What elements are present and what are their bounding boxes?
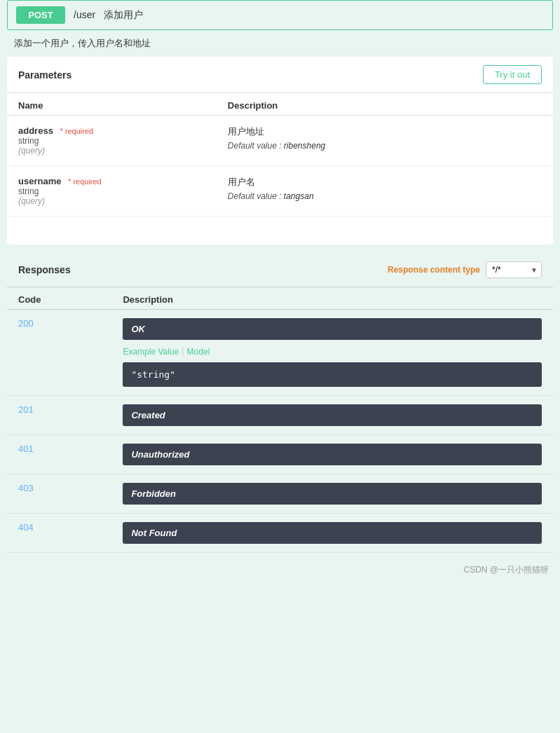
content-type-label: Response content type	[388, 265, 480, 275]
resp-code-404: 404	[18, 522, 123, 533]
param-name-address: address * required	[18, 125, 228, 136]
param-type-address: string	[18, 136, 228, 146]
example-code-200: "string"	[123, 362, 542, 387]
resp-code-201: 201	[18, 404, 123, 415]
param-desc-address: 用户地址	[228, 125, 542, 138]
col-name-header: Name	[18, 100, 228, 111]
param-type-username: string	[18, 186, 228, 196]
resp-badge-404: Not Found	[123, 522, 542, 544]
param-right-username: 用户名 Default value : tangsan	[228, 176, 542, 201]
col-desc-header: Description	[228, 100, 542, 111]
param-left-username: username * required string (query)	[18, 176, 228, 206]
resp-code-401: 401	[18, 444, 123, 454]
endpoint-title-text: 添加用户	[104, 9, 143, 20]
resp-desc-403: Forbidden	[123, 483, 542, 505]
resp-col-desc: Description	[123, 294, 542, 305]
resp-col-code: Code	[18, 294, 123, 305]
resp-desc-201: Created	[123, 404, 542, 426]
endpoint-path: /user 添加用户	[74, 9, 143, 22]
responses-table: Code Description 200 OK Example Value | …	[7, 287, 553, 559]
parameters-title: Parameters	[18, 69, 71, 81]
model-tab[interactable]: Model	[187, 345, 210, 358]
resp-row-200: 200 OK Example Value | Model "string"	[7, 310, 553, 396]
params-col-header: Name Description	[7, 93, 553, 116]
resp-badge-403: Forbidden	[123, 483, 542, 505]
resp-badge-401: Unauthorized	[123, 444, 542, 465]
param-right-address: 用户地址 Default value : ribensheng	[228, 125, 542, 151]
resp-desc-404: Not Found	[123, 522, 542, 544]
responses-header: Responses Response content type */*	[7, 253, 553, 287]
param-location-address: (query)	[18, 146, 228, 156]
resp-row-403: 403 Forbidden	[7, 474, 553, 514]
endpoint-description: 添加一个用户，传入用户名和地址	[0, 30, 560, 57]
endpoint-path-text: /user	[74, 9, 95, 20]
resp-badge-200: OK	[123, 318, 542, 340]
resp-desc-200: OK Example Value | Model "string"	[123, 318, 542, 387]
method-badge: POST	[16, 6, 65, 24]
endpoint-header: POST /user 添加用户	[7, 0, 553, 30]
param-row-username: username * required string (query) 用户名 D…	[7, 166, 553, 217]
watermark: CSDN @一只小熊猫呀	[0, 559, 560, 579]
resp-code-200: 200	[18, 318, 123, 329]
content-type-wrapper: Response content type */*	[388, 261, 542, 278]
resp-desc-401: Unauthorized	[123, 444, 542, 465]
responses-section: Responses Response content type */* Code…	[7, 253, 553, 559]
param-left-address: address * required string (query)	[18, 125, 228, 156]
responses-title: Responses	[18, 264, 71, 275]
resp-row-201: 201 Created	[7, 396, 553, 435]
example-tabs-200: Example Value | Model	[123, 345, 542, 358]
param-default-address: Default value : ribensheng	[228, 141, 542, 151]
param-location-username: (query)	[18, 196, 228, 206]
param-default-username: Default value : tangsan	[228, 191, 542, 201]
params-table: Name Description address * required stri…	[7, 93, 553, 245]
parameters-header: Parameters Try it out	[7, 57, 553, 93]
example-value-tab[interactable]: Example Value	[123, 345, 179, 358]
resp-badge-201: Created	[123, 404, 542, 426]
content-type-select-wrapper: */*	[486, 261, 542, 278]
main-container: POST /user 添加用户 添加一个用户，传入用户名和地址 Paramete…	[0, 0, 560, 733]
content-type-select[interactable]: */*	[486, 261, 542, 278]
resp-row-404: 404 Not Found	[7, 514, 553, 553]
try-it-out-button[interactable]: Try it out	[483, 65, 542, 84]
resp-code-403: 403	[18, 483, 123, 493]
resp-row-401: 401 Unauthorized	[7, 435, 553, 474]
example-tab-sep: |	[182, 345, 184, 358]
param-row-address: address * required string (query) 用户地址 D…	[7, 116, 553, 166]
parameters-section: Parameters Try it out Name Description a…	[7, 57, 553, 245]
resp-col-header: Code Description	[7, 287, 553, 310]
param-name-username: username * required	[18, 176, 228, 186]
param-desc-username: 用户名	[228, 176, 542, 189]
